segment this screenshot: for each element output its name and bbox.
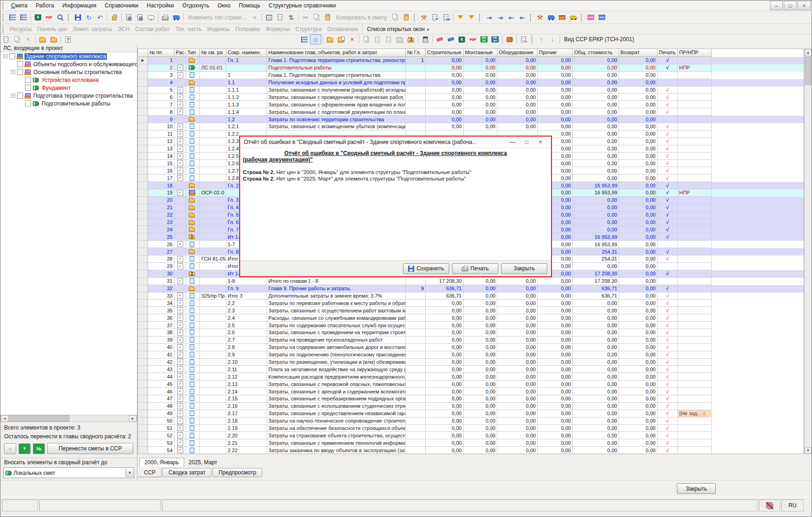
row-selector[interactable] (138, 270, 148, 278)
row-selector[interactable] (138, 278, 148, 285)
price-pr-icon[interactable] (440, 12, 452, 23)
tree-checkbox[interactable] (25, 100, 31, 106)
help-icon[interactable]: ? (62, 34, 74, 44)
scroll-thumb[interactable] (805, 56, 812, 85)
cell-calc-flag[interactable]: ✓ (174, 366, 186, 373)
row-checkbox[interactable]: ✓ (177, 403, 183, 409)
row-selector[interactable] (138, 432, 148, 439)
excel-export-icon[interactable]: X (32, 12, 43, 23)
period-tab-1[interactable]: 2000, Январь (139, 458, 184, 467)
dialog-close-button[interactable]: Закрыть (501, 263, 547, 274)
cell-calc-flag[interactable]: ✓ (174, 344, 186, 351)
table-vertical-scrollbar[interactable]: ▲ ▼ (804, 49, 812, 454)
cell-calc-flag[interactable]: ✓ (174, 145, 186, 153)
row-selector[interactable] (138, 380, 148, 388)
row-selector[interactable] (138, 160, 148, 167)
pdf-export-icon[interactable] (43, 12, 55, 23)
row-selector[interactable] (138, 64, 148, 72)
row-selector[interactable] (138, 447, 148, 454)
cell-calc-flag[interactable]: ✓ (174, 307, 186, 314)
search-icon[interactable] (55, 12, 66, 23)
row-selector[interactable] (138, 388, 148, 395)
cell-calc-flag[interactable]: ✓ (174, 87, 186, 94)
row-checkbox[interactable]: ✓ (177, 381, 183, 387)
cell-calc-flag[interactable]: ✓ (174, 255, 186, 263)
table-row[interactable]: 36✓2.4Расходы, связанные со служебными к… (138, 314, 804, 322)
add-document-icon[interactable] (335, 34, 347, 44)
tree-expander-icon[interactable]: − (11, 93, 15, 98)
column-header-1[interactable]: № пп (148, 49, 174, 57)
table-row[interactable]: 44✓2.12Компенсация расходов предприятиям… (138, 373, 804, 380)
dialog-maximize-icon[interactable]: □ (520, 139, 533, 145)
row-selector[interactable] (138, 79, 148, 87)
tree-checkbox[interactable] (17, 61, 23, 67)
row-selector[interactable] (138, 174, 148, 182)
row-checkbox[interactable]: ✓ (177, 168, 183, 174)
row-selector[interactable] (138, 263, 148, 270)
column-header-11[interactable]: Прочие (538, 49, 573, 57)
copy-percent-icon[interactable] (361, 34, 372, 44)
row-selector[interactable] (138, 138, 148, 145)
scroll-left-icon[interactable]: ◄ (1, 415, 8, 422)
xml-mz-icon[interactable] (490, 34, 501, 44)
chevron-down-icon[interactable]: ▼ (125, 468, 134, 477)
row-selector[interactable] (138, 233, 148, 241)
tree-item[interactable]: Устройство котлована (0, 76, 137, 84)
normbase-pink-icon[interactable] (585, 12, 596, 23)
row-checkbox[interactable]: ✓ (177, 359, 183, 365)
table-row[interactable]: 41.1Получение исходных данных и условий … (138, 79, 804, 87)
column-header-13[interactable]: Возврат (619, 49, 657, 57)
row-checkbox[interactable]: ✓ (177, 131, 183, 137)
book-orange-icon[interactable] (504, 34, 515, 44)
doc-lines-icon[interactable] (372, 34, 383, 44)
equipment-icon[interactable] (568, 12, 579, 23)
table-row[interactable]: 45✓2.13Затраты, связанные с перевозкой о… (138, 380, 804, 388)
cell-calc-flag[interactable] (174, 219, 186, 226)
home-icon[interactable]: ⌂ (310, 34, 321, 44)
cell-calc-flag[interactable]: ✓ (174, 263, 186, 270)
row-selector[interactable] (138, 108, 148, 116)
scroll-right-icon[interactable]: ► (129, 415, 136, 422)
cell-calc-flag[interactable] (174, 204, 186, 212)
cell-calc-flag[interactable]: ✓ (174, 72, 186, 79)
cell-calc-flag[interactable]: ✓ (174, 123, 186, 131)
row-selector[interactable] (138, 359, 148, 366)
move-down-icon[interactable]: ↓ (547, 34, 558, 44)
cell-calc-flag[interactable] (174, 197, 186, 204)
row-selector[interactable] (138, 329, 148, 336)
table-row[interactable]: 91.2Затраты по освоению территории строи… (138, 116, 804, 123)
cell-calc-flag[interactable]: ✓ (174, 174, 186, 182)
row-selector[interactable] (138, 439, 148, 447)
cell-calc-flag[interactable] (174, 248, 186, 255)
machines-icon[interactable] (545, 12, 557, 23)
load-folder-icon[interactable] (37, 34, 48, 44)
row-selector[interactable] (138, 417, 148, 425)
table-row[interactable]: 6✓1.1.2Затраты, связанные с проведением … (138, 93, 804, 101)
close-view-button[interactable]: Закрыть (677, 483, 716, 494)
maximize-button[interactable]: □ (784, 1, 797, 10)
move-up-icon[interactable]: ↑ (536, 34, 547, 44)
table-row[interactable]: 35✓2.3Затраты, связанные с осуществление… (138, 307, 804, 314)
cell-calc-flag[interactable]: ✓ (174, 359, 186, 366)
cell-calc-flag[interactable]: ✓ (174, 373, 186, 380)
folder-sum-icon[interactable] (405, 34, 416, 44)
row-selector[interactable] (138, 241, 148, 248)
row-selector[interactable] (138, 189, 148, 197)
row-checkbox[interactable]: ✓ (177, 72, 183, 78)
minimize-button[interactable]: – (770, 1, 783, 10)
cell-calc-flag[interactable]: ✓ (174, 299, 186, 307)
table-row[interactable]: 40✓2.8Затраты на содержание автомобильны… (138, 344, 804, 351)
column-header-2[interactable]: Рас (174, 49, 186, 57)
row-checkbox[interactable]: ✓ (177, 330, 183, 336)
eraser-pink-icon[interactable] (434, 34, 445, 44)
paste-icon[interactable] (322, 12, 333, 23)
comment-icon[interactable] (145, 12, 156, 23)
cell-calc-flag[interactable]: ✓ (174, 447, 186, 454)
cell-calc-flag[interactable] (174, 212, 186, 219)
tree-item[interactable]: Объекты подсобного и обслуживающего назн… (0, 60, 137, 68)
scroll-down-icon[interactable]: ▼ (805, 447, 812, 454)
transfer-estimates-button[interactable]: Перенести сметы в ССР (47, 443, 133, 454)
row-checkbox[interactable]: ✓ (177, 344, 183, 350)
row-checkbox[interactable]: ✓ (177, 256, 183, 262)
cell-calc-flag[interactable]: ✓ (174, 425, 186, 432)
